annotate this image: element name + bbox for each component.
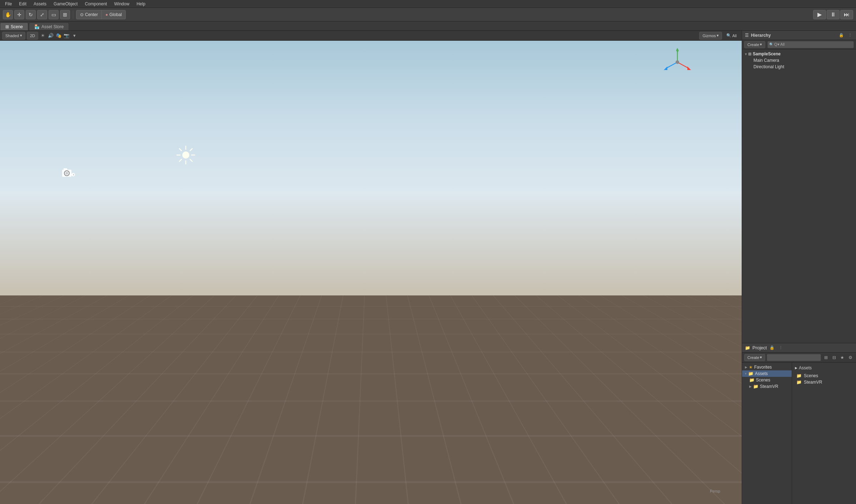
hierarchy-create-button[interactable]: Create ▾ <box>744 41 765 48</box>
project-menu-icon[interactable]: ⋮ <box>777 345 784 351</box>
hierarchy-content: ▾ ⊞ SampleScene Main Camera Directional … <box>742 49 856 343</box>
scene-icon: ⊞ <box>748 52 751 56</box>
scenes-label: Scenes <box>756 378 770 383</box>
main-camera-label: Main Camera <box>753 58 779 63</box>
project-content: ▶ ★ Favorites ▾ 📁 Assets 📁 Scenes ▶ <box>742 363 856 504</box>
main-camera-icon[interactable] <box>61 168 76 181</box>
asset-store-tab-label: Asset Store <box>41 24 64 29</box>
hierarchy-lock-icon[interactable]: 🔒 <box>838 32 845 39</box>
scenes-folder-icon: 📁 <box>749 378 755 383</box>
project-lock-icon[interactable]: 🔒 <box>769 345 775 351</box>
hand-tool-button[interactable]: ✋ <box>3 10 13 19</box>
hierarchy-item-main-camera[interactable]: Main Camera <box>742 57 856 64</box>
project-favorites-item[interactable]: ▶ ★ Favorites <box>742 364 792 370</box>
gizmos-arrow-icon: ▾ <box>717 33 719 38</box>
scene-gizmo[interactable]: Y <box>663 48 692 76</box>
global-icon: ● <box>105 12 108 17</box>
project-panel: 📁 Project 🔒 ⋮ Create ▾ ⊞ ⊟ ★ ⚙ <box>742 343 856 504</box>
hierarchy-create-label: Create <box>747 43 759 47</box>
svg-point-6 <box>676 60 679 64</box>
gizmos-label: Gizmos <box>702 34 716 38</box>
menubar: File Edit Assets GameObject Component Wi… <box>0 0 856 8</box>
rect-tool-button[interactable]: ▭ <box>49 10 59 19</box>
svg-line-15 <box>190 149 192 151</box>
all-button[interactable]: 🔍 All <box>723 32 740 40</box>
project-steamvr-item[interactable]: ▶ 📁 SteamVR <box>742 383 792 390</box>
project-star-btn[interactable]: ★ <box>839 354 846 361</box>
scene-area: Shaded ▾ 2D ☀ 🔊 🎭 📷 ▾ Gizmos ▾ 🔍 All <box>0 31 742 504</box>
steamvr-folder-icon: 📁 <box>753 384 758 389</box>
project-title: Project <box>752 345 767 350</box>
menu-file[interactable]: File <box>1 0 15 8</box>
menu-component[interactable]: Component <box>81 0 110 8</box>
menu-window[interactable]: Window <box>110 0 133 8</box>
gizmos-button[interactable]: Gizmos ▾ <box>699 32 722 40</box>
project-settings-btn[interactable]: ⚙ <box>847 354 854 361</box>
project-view-btn1[interactable]: ⊞ <box>822 354 829 361</box>
pause-button[interactable]: ⏸ <box>827 10 840 19</box>
asset-steamvr-folder-icon: 📁 <box>796 380 802 385</box>
combined-tool-button[interactable]: ⊞ <box>60 10 70 19</box>
project-create-button[interactable]: Create ▾ <box>744 354 765 361</box>
fx-toggle[interactable]: 🎭 <box>55 33 62 39</box>
hierarchy-create-arrow: ▾ <box>760 42 762 47</box>
center-button[interactable]: ⊙ Center <box>76 10 102 19</box>
project-assets-item[interactable]: ▾ 📁 Assets <box>742 370 792 377</box>
right-panel: ☰ Hierarchy 🔒 ⋮ Create ▾ 🔍 Q▾ All ▾ ⊞ <box>742 31 856 504</box>
center-label: Center <box>85 12 98 17</box>
scale-tool-button[interactable]: ⤢ <box>37 10 47 19</box>
menu-gameobject[interactable]: GameObject <box>50 0 81 8</box>
project-search-input[interactable] <box>767 354 821 361</box>
sun-svg <box>175 144 196 166</box>
hierarchy-item-directional-light[interactable]: Directional Light <box>742 64 856 70</box>
svg-line-16 <box>179 159 181 161</box>
project-scenes-item[interactable]: 📁 Scenes <box>742 377 792 383</box>
hierarchy-toolbar: Create ▾ 🔍 Q▾ All <box>742 40 856 49</box>
toolbar-sep1 <box>73 10 73 19</box>
step-button[interactable]: ⏭ <box>840 10 853 19</box>
rotate-tool-button[interactable]: ↻ <box>26 10 36 19</box>
svg-text:Y: Y <box>676 50 679 54</box>
scene-viewport[interactable]: Y <box>0 41 742 504</box>
project-header: 📁 Project 🔒 ⋮ <box>742 343 856 353</box>
lighting-toggle[interactable]: ☀ <box>40 33 46 39</box>
project-right-panel: ▶ Assets 📁 Scenes 📁 SteamVR <box>792 363 856 504</box>
assets-right-label: Assets <box>799 365 812 370</box>
project-asset-scenes[interactable]: 📁 Scenes <box>795 373 853 379</box>
asset-scenes-folder-icon: 📁 <box>796 373 802 378</box>
project-icon: 📁 <box>745 345 750 350</box>
move-tool-button[interactable]: ✛ <box>14 10 24 19</box>
shaded-label: Shaded <box>5 34 19 38</box>
global-button[interactable]: ● Global <box>102 10 125 19</box>
hierarchy-menu-icon[interactable]: ⋮ <box>847 32 853 39</box>
tab-asset-store[interactable]: 🏪 Asset Store <box>29 23 69 30</box>
scene-camera-btn[interactable]: 📷 <box>63 33 70 39</box>
gizmo-settings[interactable]: ▾ <box>71 33 78 39</box>
tab-scene[interactable]: ⊞ Scene <box>0 23 28 30</box>
hierarchy-scene-item[interactable]: ▾ ⊞ SampleScene <box>742 51 856 57</box>
favorites-expand-icon: ▶ <box>745 365 747 369</box>
menu-help[interactable]: Help <box>133 0 149 8</box>
favorites-star-icon: ★ <box>749 365 753 370</box>
sky-background <box>0 41 742 295</box>
menu-assets[interactable]: Assets <box>30 0 50 8</box>
hierarchy-search-all: Q▾ All <box>774 42 785 47</box>
hierarchy-title: Hierarchy <box>751 33 836 38</box>
svg-marker-5 <box>664 66 667 70</box>
asset-scenes-label: Scenes <box>804 373 818 378</box>
asset-steamvr-label: SteamVR <box>804 380 822 385</box>
svg-rect-23 <box>71 174 73 175</box>
2d-button[interactable]: 2D <box>27 32 38 40</box>
hierarchy-search-icon: 🔍 <box>769 43 773 46</box>
steamvr-expand-icon: ▶ <box>749 385 752 388</box>
shaded-dropdown[interactable]: Shaded ▾ <box>2 32 25 40</box>
directional-light-icon[interactable] <box>175 144 196 170</box>
project-view-btn2[interactable]: ⊟ <box>831 354 837 361</box>
steamvr-label: SteamVR <box>760 384 778 389</box>
pivot-mode-group: ⊙ Center ● Global <box>76 10 126 19</box>
audio-toggle[interactable]: 🔊 <box>48 33 54 39</box>
svg-line-14 <box>190 159 192 161</box>
play-button[interactable]: ▶ <box>813 10 826 19</box>
project-asset-steamvr[interactable]: 📁 SteamVR <box>795 379 853 385</box>
menu-edit[interactable]: Edit <box>15 0 30 8</box>
